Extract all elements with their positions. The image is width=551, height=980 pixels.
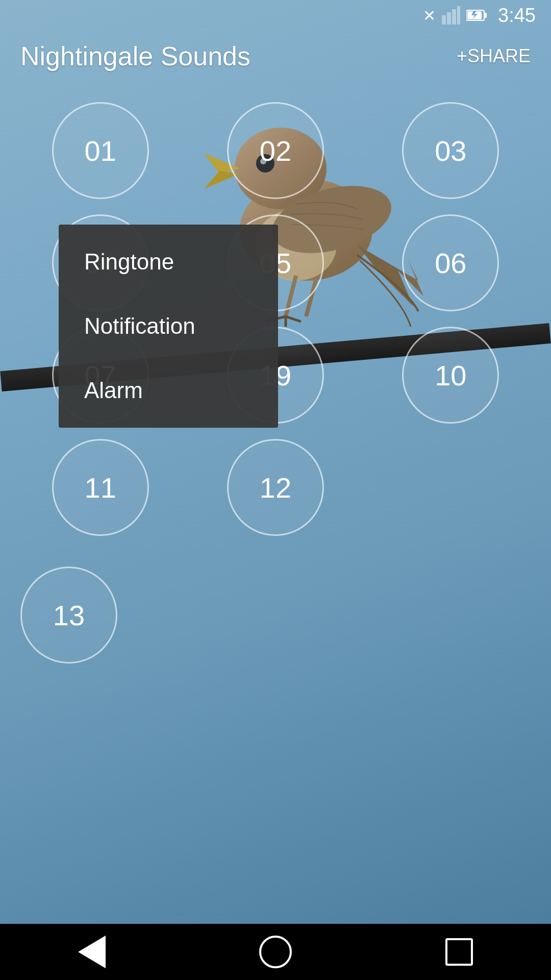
svg-rect-11 [442, 15, 446, 24]
context-menu-alarm[interactable]: Alarm [59, 358, 278, 423]
status-icons: ✕ 3:45 [423, 5, 536, 27]
context-menu: Ringtone Notification Alarm [59, 225, 278, 428]
sound-button-03[interactable]: 03 [402, 102, 499, 199]
sound-button-02[interactable]: 02 [227, 102, 324, 199]
app-title: Nightingale Sounds [20, 41, 251, 71]
close-icon: ✕ [423, 7, 436, 24]
signal-icon [442, 6, 460, 24]
sound-button-11[interactable]: 11 [52, 439, 149, 536]
navigation-bar [0, 924, 551, 980]
context-menu-ringtone[interactable]: Ringtone [59, 230, 278, 294]
svg-rect-12 [447, 12, 451, 24]
status-bar: ✕ 3:45 [0, 0, 551, 31]
battery-icon [466, 8, 487, 22]
nav-back-button[interactable] [71, 932, 112, 972]
sound-button-12[interactable]: 12 [227, 439, 324, 536]
nav-recents-button[interactable] [439, 932, 480, 972]
sound-button-13-container: 13 [20, 567, 117, 664]
time-display: 3:45 [498, 5, 536, 27]
back-icon [78, 936, 106, 968]
context-menu-notification[interactable]: Notification [59, 294, 278, 358]
app-header: Nightingale Sounds +SHARE [0, 31, 551, 82]
home-icon [259, 936, 292, 968]
sound-button-01[interactable]: 01 [52, 102, 149, 199]
sound-button-10[interactable]: 10 [402, 327, 499, 424]
sound-button-13[interactable]: 13 [20, 567, 117, 664]
svg-rect-16 [484, 13, 487, 18]
svg-rect-14 [457, 6, 460, 24]
sound-button-06[interactable]: 06 [402, 214, 499, 311]
share-button[interactable]: +SHARE [457, 45, 531, 67]
nav-home-button[interactable] [255, 932, 296, 972]
svg-rect-13 [452, 9, 456, 24]
recents-icon [445, 938, 473, 966]
